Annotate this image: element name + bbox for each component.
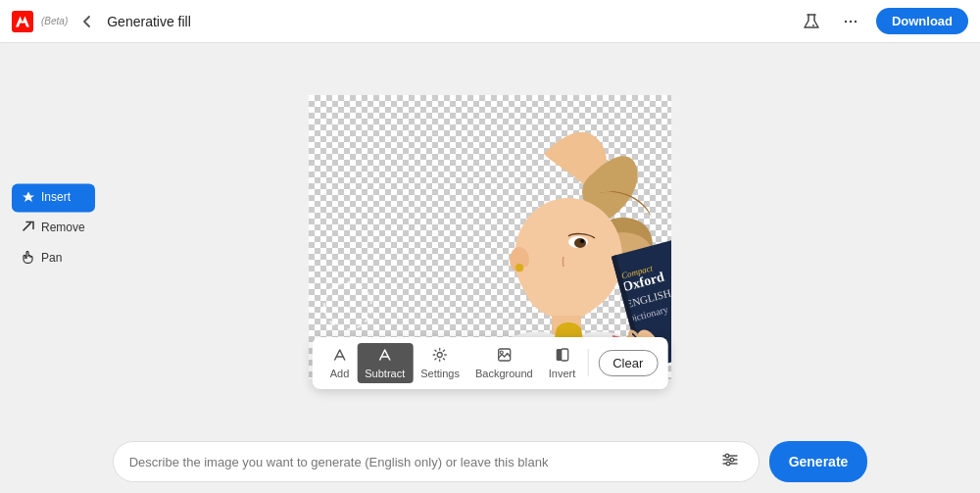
- filter-settings-button[interactable]: [717, 447, 743, 476]
- generate-button[interactable]: Generate: [769, 441, 868, 482]
- back-button[interactable]: [75, 10, 99, 33]
- svg-rect-0: [12, 11, 33, 32]
- invert-tool-label: Invert: [549, 368, 576, 379]
- invert-tool-button[interactable]: Invert: [541, 343, 584, 383]
- add-tool-icon: [331, 347, 347, 366]
- svg-point-38: [500, 351, 503, 354]
- remove-tool-icon: [22, 220, 35, 236]
- page-title: Generative fill: [107, 14, 191, 29]
- svg-point-46: [726, 462, 730, 466]
- svg-point-44: [725, 454, 729, 458]
- insert-tool-icon: [22, 189, 35, 206]
- topbar-left: (Beta) Generative fill: [12, 10, 191, 33]
- settings-tool-icon: [432, 347, 448, 366]
- remove-tool-button[interactable]: Remove: [12, 214, 95, 242]
- prompt-input[interactable]: [129, 455, 717, 469]
- background-tool-button[interactable]: Background: [467, 343, 541, 383]
- svg-point-10: [574, 238, 586, 248]
- topbar: (Beta) Generative fill Download: [0, 0, 980, 43]
- svg-point-36: [438, 352, 443, 357]
- left-toolbar: Insert Remove Pan: [12, 183, 95, 272]
- svg-point-5: [855, 20, 857, 22]
- add-tool-button[interactable]: Add: [322, 343, 358, 383]
- svg-point-13: [515, 264, 523, 271]
- add-tool-label: Add: [330, 368, 350, 379]
- pan-tool-label: Pan: [41, 251, 62, 265]
- svg-point-45: [730, 458, 734, 462]
- svg-point-1: [812, 25, 814, 26]
- beta-badge: (Beta): [41, 16, 68, 26]
- selection-circle: [323, 281, 372, 330]
- adobe-logo-icon: [12, 11, 33, 32]
- prompt-input-container[interactable]: [113, 441, 760, 482]
- background-tool-label: Background: [475, 368, 533, 379]
- image-canvas-area: Compact Oxford ENGLISH Dictionary: [309, 95, 671, 379]
- download-button[interactable]: Download: [876, 8, 968, 34]
- insert-tool-button[interactable]: Insert: [12, 183, 95, 212]
- svg-point-2: [808, 25, 809, 26]
- back-chevron-icon: [80, 15, 94, 28]
- settings-tool-button[interactable]: Settings: [413, 343, 467, 383]
- pan-tool-button[interactable]: Pan: [12, 244, 95, 272]
- background-tool-icon: [496, 347, 512, 366]
- subtract-tool-icon: [377, 347, 393, 366]
- main-canvas: Insert Remove Pan: [0, 43, 980, 430]
- svg-point-4: [850, 20, 852, 22]
- settings-tool-label: Settings: [420, 368, 460, 379]
- topbar-right: Download: [798, 8, 968, 35]
- insert-tool-label: Insert: [41, 190, 71, 204]
- remove-tool-label: Remove: [41, 221, 85, 234]
- prompt-bar: Generate: [0, 430, 980, 493]
- subtract-tool-button[interactable]: Subtract: [357, 343, 413, 383]
- more-options-icon[interactable]: [837, 8, 864, 35]
- invert-tool-icon: [554, 347, 569, 366]
- pan-tool-icon: [22, 250, 35, 267]
- flask-icon[interactable]: [798, 8, 825, 35]
- svg-point-3: [845, 20, 847, 22]
- floating-toolbar: Add Subtract Settings: [313, 337, 668, 389]
- subtract-tool-label: Subtract: [365, 368, 405, 379]
- svg-point-11: [580, 239, 584, 243]
- svg-rect-40: [561, 349, 567, 361]
- toolbar-divider: [587, 349, 588, 376]
- clear-button[interactable]: Clear: [598, 350, 658, 376]
